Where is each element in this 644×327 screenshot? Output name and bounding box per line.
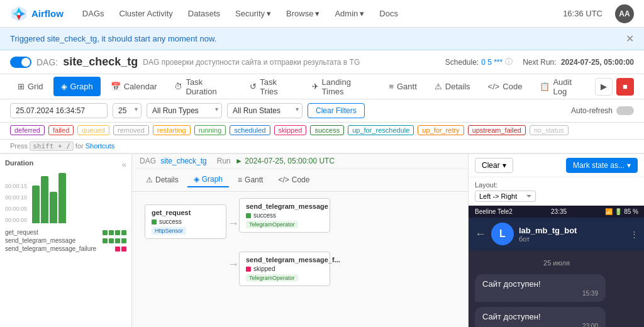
dag-schedule: Schedule: 0 5 *** ⓘ [445,57,513,67]
tab-landing-times[interactable]: ✈ Landing Times [304,72,379,101]
alert-message: Triggered site_check_tg, it should start… [10,34,216,43]
tab-graph[interactable]: ◈ Graph [53,77,101,96]
badge-success[interactable]: success [310,125,344,135]
nav-dags[interactable]: DAGs [76,5,111,22]
tab-task-tries[interactable]: ↺ Task Tries [242,72,301,101]
badge-removed[interactable]: removed [113,125,149,135]
arrow-icon: → [228,217,239,230]
dropdown-icon-2: ▾ [627,161,631,170]
back-icon[interactable]: ← [475,228,486,241]
sub-tab-gantt[interactable]: ≡ Gantt [231,173,269,187]
schedule-info-icon[interactable]: ⓘ [505,57,513,67]
details-icon: ⚠ [435,82,442,91]
dag-toggle[interactable] [10,57,31,68]
clear-button[interactable]: Clear ▾ [475,158,513,173]
sub-tab-graph[interactable]: ◈ Graph [187,172,229,187]
nav-items: DAGs Cluster Activity Datasets Security … [76,5,550,22]
tab-gantt[interactable]: ≡ Gantt [381,77,424,96]
nav-cluster[interactable]: Cluster Activity [113,5,179,22]
breadcrumb-row: DAG site_check_tg Run ► 2024-07-25, 05:0… [132,154,468,169]
badge-up-reschedule[interactable]: up_for_reschedule [348,125,414,135]
list-item: send_telegram_message [5,236,126,245]
task-dots [103,230,126,235]
nav-security[interactable]: Security ▾ [229,5,277,22]
grid-icon: ⊞ [18,82,25,91]
badge-skipped[interactable]: skipped [274,125,307,135]
airflow-logo-icon [10,5,28,23]
nav-avatar[interactable]: AA [615,4,634,23]
dag-link[interactable]: site_check_tg [160,157,206,165]
stop-button[interactable]: ■ [616,78,634,96]
mark-state-button[interactable]: Mark state as... ▾ [566,158,638,173]
collapse-button[interactable]: « [122,160,126,169]
dropdown-icon: ▾ [502,161,506,170]
chart-bar-4 [58,173,66,223]
logo[interactable]: Airflow [10,5,64,23]
more-icon[interactable]: ⋮ [630,230,638,239]
operator-badge: TelegramOperator [246,274,298,282]
task-dots [115,247,126,252]
run-info: Run ► 2024-07-25, 05:00:00 UTC [217,157,335,165]
graph-sub-icon: ◈ [194,175,199,184]
chat-info: lab_mb_tg_bot бот [519,226,577,243]
dag-name: site_check_tg [63,55,138,69]
right-wrapper: Clear ▾ Mark state as... ▾ Layout: Left … [468,154,644,327]
nav-browse[interactable]: Browse ▾ [280,5,326,22]
badge-deferred[interactable]: deferred [10,125,45,135]
chat-header: ← L lab_mb_tg_bot бот ⋮ [469,218,644,250]
tab-code[interactable]: </> Code [480,77,530,96]
list-item: send_telegram_message_failure [5,245,126,253]
layout-select[interactable]: Left -> Right Top -> Bottom [475,191,536,202]
badge-restarting[interactable]: restarting [153,125,191,135]
badge-queued[interactable]: queued [77,125,109,135]
play-button[interactable]: ▶ [595,78,613,96]
alert-bar: Triggered site_check_tg, it should start… [0,28,644,50]
run-types-wrap: All Run Types [147,103,222,118]
list-item: get_request [5,228,126,236]
sub-tab-details[interactable]: ⚠ Details [140,173,185,187]
run-states-select[interactable]: All Run States [227,103,303,118]
tab-audit-log[interactable]: 📋 Audit Log [532,72,592,101]
action-bar: Clear ▾ Mark state as... ▾ [469,154,644,177]
message-1: Сайт доступен! 15:39 [475,274,606,302]
tab-task-duration[interactable]: ⏱ Task Duration [167,72,240,101]
date-input[interactable] [10,103,108,118]
badge-running[interactable]: running [194,125,226,135]
sub-tab-code[interactable]: </> Code [272,173,316,187]
dag-header: DAG: site_check_tg DAG проверки доступно… [0,50,644,74]
tab-calendar[interactable]: 📅 Calendar [103,77,165,96]
dag-meta: Schedule: 0 5 *** ⓘ Next Run: 2024-07-25… [445,57,634,67]
chart-bar-1 [32,186,40,223]
message-2: Сайт доступен! 23:00 [475,307,606,327]
run-types-select[interactable]: All Run Types [147,103,222,118]
code-sub-icon: </> [278,175,289,184]
badge-no-status[interactable]: no_status [530,125,569,135]
badge-failed[interactable]: failed [48,125,74,135]
status-dot [246,267,251,272]
auto-refresh-toggle[interactable] [616,106,634,115]
run-value: ► 2024-07-25, 05:00:00 UTC [235,157,335,165]
chat-avatar: L [491,223,514,245]
layout-label: Layout: [475,181,638,189]
tab-grid[interactable]: ⊞ Grid [10,77,51,96]
operator-badge: HttpSensor [152,227,186,235]
nav-datasets[interactable]: Datasets [182,5,226,22]
task-node-get-request[interactable]: get_request success HttpSensor [145,204,226,239]
duration-chart [32,173,66,223]
task-node-send-telegram-failure[interactable]: send_telegram_message_f... skipped Teleg… [239,252,330,286]
alert-close[interactable]: ✕ [626,33,634,45]
calendar-icon: 📅 [111,82,121,91]
task-node-send-telegram[interactable]: send_telegram_message success TelegramOp… [239,198,330,233]
shortcuts-link[interactable]: Shortcuts [86,142,114,150]
bot-name: lab_mb_tg_bot [519,226,577,235]
nav-docs[interactable]: Docs [373,5,404,22]
badge-upstream-failed[interactable]: upstream_failed [468,125,526,135]
run-number-select[interactable]: 25 [113,103,142,118]
center-panel: DAG site_check_tg Run ► 2024-07-25, 05:0… [132,154,468,327]
badge-up-retry[interactable]: up_for_retry [418,125,464,135]
nav-admin[interactable]: Admin ▾ [328,5,370,22]
warning-icon: ⚠ [146,175,153,184]
badge-scheduled[interactable]: scheduled [230,125,270,135]
tab-details[interactable]: ⚠ Details [427,77,478,96]
clear-filters-button[interactable]: Clear Filters [308,103,365,118]
